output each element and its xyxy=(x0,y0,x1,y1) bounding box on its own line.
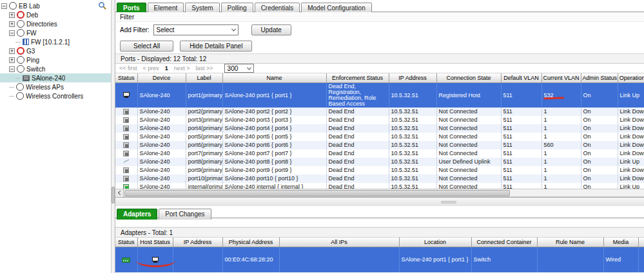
pager-first[interactable]: << first xyxy=(119,65,137,71)
port-row-port5-primary[interactable]: SAlone-240port5(primary)SAlone-240 port5… xyxy=(115,133,644,141)
pager-next[interactable]: next > xyxy=(174,65,190,71)
ports-column-header-ip-address[interactable]: IP Address xyxy=(389,73,436,82)
port-row-internal-primary[interactable]: SAlone-240internal(primary)SAlone-240 in… xyxy=(115,183,644,189)
switch-icon xyxy=(23,75,30,81)
tree-item-label: FW [10.1.2.1] xyxy=(31,39,70,46)
adapters-column-header-ip-address[interactable]: IP Address xyxy=(173,238,222,247)
expand-icon[interactable]: + xyxy=(9,12,15,18)
tree-item-label: Wireless APs xyxy=(26,84,64,91)
tree-item-fw[interactable]: −FW xyxy=(0,28,111,37)
ports-column-header-device[interactable]: Device xyxy=(137,73,186,82)
adapters-summary-bar: Adapters - Total: 1 xyxy=(115,227,644,238)
tree-item-directories[interactable]: +Directories xyxy=(0,19,111,28)
ports-column-header-enforcement-status[interactable]: Enforcement Status xyxy=(326,73,389,82)
computer-icon xyxy=(123,92,130,97)
adapters-column-header-location[interactable]: Location xyxy=(399,238,471,247)
ports-column-header-default-vlan[interactable]: Default VLAN xyxy=(501,73,542,82)
ports-column-header-admin-status[interactable]: Admin Status xyxy=(581,73,618,82)
ports-column-header-status[interactable]: Status xyxy=(115,73,137,82)
collapse-icon[interactable]: − xyxy=(9,30,15,36)
ports-column-header-current-vlan[interactable]: Current VLAN xyxy=(542,73,581,82)
tree-item-fw-10-1-2-1[interactable]: FW [10.1.2.1] xyxy=(0,37,111,46)
port-cell-ip: 10.5.32.51 xyxy=(389,124,436,133)
divider-grip-icon[interactable] xyxy=(441,201,456,203)
expand-icon[interactable]: + xyxy=(9,48,15,54)
splitter-handle-icon[interactable] xyxy=(112,187,115,203)
update-button[interactable]: Update xyxy=(251,24,291,35)
port-row-port4-primary[interactable]: SAlone-240port4(primary)SAlone-240 port4… xyxy=(115,124,644,133)
adapter-cell-rule xyxy=(537,247,603,272)
uplink-icon xyxy=(123,158,130,165)
tree-item-eb-lab[interactable]: −EB Lab xyxy=(0,1,111,10)
pager-last[interactable]: last >> xyxy=(196,65,213,71)
search-icon[interactable] xyxy=(98,1,107,10)
expand-icon[interactable]: + xyxy=(9,57,15,63)
port-icon xyxy=(123,109,129,115)
port-row-port6-primary[interactable]: SAlone-240port6(primary)SAlone-240 port6… xyxy=(115,141,644,149)
port-cell-enforcement: Dead End xyxy=(326,124,389,133)
port-row-port10-primary[interactable]: SAlone-240port10(primary)SAlone-240 port… xyxy=(115,174,644,183)
scroll-left-icon[interactable] xyxy=(115,189,124,197)
tree-item-wireless-controllers[interactable]: Wireless Controllers xyxy=(0,91,111,100)
horizontal-scrollbar[interactable] xyxy=(115,189,644,197)
port-row-port7-primary[interactable]: SAlone-240port7(primary)SAlone-240 port7… xyxy=(115,149,644,158)
adapters-column-header-physical-address[interactable]: Physical Address xyxy=(222,238,279,247)
adapters-column-header-host-status[interactable]: Host Status xyxy=(137,238,173,247)
tree-connector xyxy=(9,96,14,97)
adapters-column-header-all-ips[interactable]: All IPs xyxy=(279,238,399,247)
tree-item-deb[interactable]: +Deb xyxy=(0,10,111,19)
port-row-port9-primary[interactable]: SAlone-240port9(primary)SAlone-240 port9… xyxy=(115,166,644,174)
port-cell-default_vlan: 511 xyxy=(501,183,542,189)
tree-item-g3[interactable]: +G3 xyxy=(0,46,111,55)
adapters-column-header-rule-name[interactable]: Rule Name xyxy=(537,238,603,247)
port-row-port1-primary[interactable]: SAlone-240port1(primary)SAlone-240 port1… xyxy=(115,82,644,108)
tree-item-ping[interactable]: +Ping xyxy=(0,55,111,64)
ports-column-header-label[interactable]: Label xyxy=(186,73,222,82)
page-size-select[interactable]: 300 xyxy=(224,64,254,73)
ports-column-header-operational-status[interactable]: Operational Status xyxy=(618,73,644,82)
adapter-cell-ip xyxy=(173,247,222,272)
nic-icon xyxy=(122,258,130,263)
scrollbar-thumb[interactable] xyxy=(124,190,510,196)
port-row-port2-primary[interactable]: SAlone-240port2(primary)SAlone-240 port2… xyxy=(115,108,644,116)
port-status-cell xyxy=(115,116,137,124)
tree-item-label: Switch xyxy=(26,66,45,73)
port-cell-oper: Link Down xyxy=(618,108,644,116)
hide-details-panel-button[interactable]: Hide Details Panel xyxy=(180,41,252,52)
port-cell-enforcement: Dead End xyxy=(326,116,389,124)
panel-divider[interactable] xyxy=(115,197,644,206)
collapse-icon[interactable]: − xyxy=(9,66,15,72)
ports-table: StatusDeviceLabelNameEnforcement StatusI… xyxy=(115,73,644,189)
sidebar-splitter[interactable] xyxy=(111,0,115,273)
port-cell-oper: Link Down xyxy=(618,141,644,149)
select-all-button[interactable]: Select All xyxy=(120,41,173,52)
ports-column-header-connection-state[interactable]: Connection State xyxy=(436,73,501,82)
filter-select[interactable]: Select xyxy=(153,24,239,35)
port-cell-default_vlan: 511 xyxy=(501,133,542,141)
details-panel: PortsElementSystemPollingCredentialsMode… xyxy=(115,0,644,273)
port-icon xyxy=(123,117,129,123)
tree-item-switch[interactable]: −Switch xyxy=(0,64,111,73)
adapters-column-header-blank[interactable] xyxy=(638,238,644,247)
adapter-row[interactable]: 00:E0:4C:68:28:20SAlone-240 port1 { port… xyxy=(115,247,644,272)
port-cell-name: SAlone-240 port5 { port5 } xyxy=(222,133,326,141)
port-cell-enforcement: Dead End, Registration, Remediation, Rol… xyxy=(326,82,389,108)
adapters-column-header-media[interactable]: Media xyxy=(603,238,638,247)
port-row-port8-primary[interactable]: SAlone-240port8(primary)SAlone-240 port8… xyxy=(115,158,644,166)
pager-prev[interactable]: < prev xyxy=(143,65,159,71)
port-cell-admin: On xyxy=(581,141,618,149)
device-tree-sidebar: −EB Lab+Deb+Directories−FWFW [10.1.2.1]+… xyxy=(0,0,111,273)
details-toolbar-strip xyxy=(115,218,644,227)
port-row-port3-primary[interactable]: SAlone-240port3(primary)SAlone-240 port3… xyxy=(115,116,644,124)
ports-table-container: StatusDeviceLabelNameEnforcement StatusI… xyxy=(115,73,644,189)
adapters-column-header-status[interactable]: Status xyxy=(115,238,137,247)
port-cell-admin: On xyxy=(581,116,618,124)
port-cell-ip: 10.5.32.51 xyxy=(389,158,436,166)
collapse-icon[interactable]: − xyxy=(1,3,7,9)
tree-item-salone-240[interactable]: SAlone-240 xyxy=(0,73,111,82)
tree-item-wireless-aps[interactable]: Wireless APs xyxy=(0,82,111,91)
adapters-column-header-connected-container[interactable]: Connected Container xyxy=(471,238,537,247)
expand-icon[interactable]: + xyxy=(9,21,15,27)
chevron-down-icon xyxy=(231,27,236,32)
ports-column-header-name[interactable]: Name xyxy=(222,73,326,82)
